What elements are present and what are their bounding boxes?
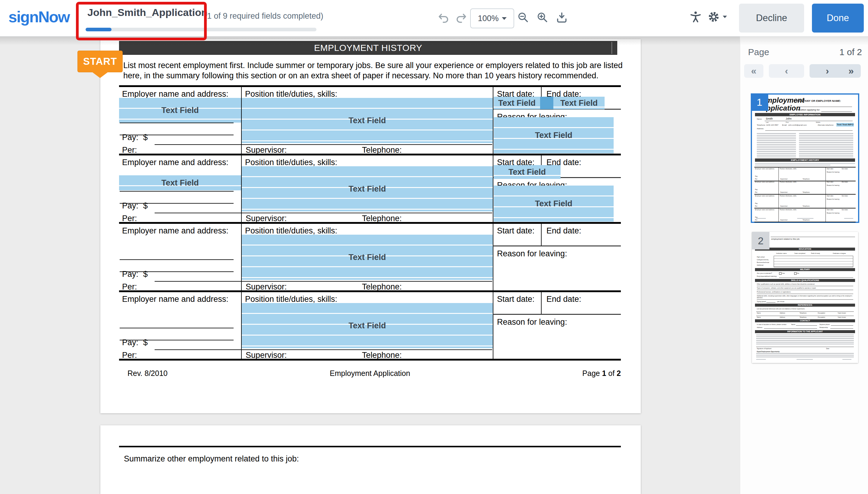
start-date-text-field[interactable]: Text Field	[494, 165, 560, 179]
thumb-edu-table	[774, 256, 853, 267]
thumb-micro-label: Employer name and address:	[755, 181, 778, 183]
dollar-label: $	[143, 201, 148, 211]
position-text-field[interactable]: Text Field	[242, 166, 493, 211]
reason-text-field[interactable]: Text Field	[494, 117, 614, 153]
thumb-micro-label: Per:	[755, 178, 758, 180]
zoom-in-icon[interactable]	[536, 12, 549, 23]
thumb-micro-label: Position title/duties, skills:	[780, 209, 797, 211]
thumb-ref-col: Telephone	[799, 312, 807, 314]
decline-button[interactable]: Decline	[739, 4, 804, 33]
document-viewport[interactable]: EMPLOYMENT HISTORY List most recent empl…	[0, 36, 740, 494]
thumb-ref-col: Address	[780, 312, 785, 314]
done-label: Done	[827, 13, 849, 23]
thumb-info-to-applicant-header: INFORMATION TO THE APPLICANT	[755, 330, 855, 333]
thumb-fine-print	[757, 133, 796, 157]
per-label: Per:	[122, 350, 137, 360]
thumb-line	[767, 302, 775, 303]
employer-label: Employer name and address:	[122, 158, 228, 167]
supervisor-label: Supervisor:	[246, 146, 287, 155]
zoom-out-icon[interactable]	[517, 12, 529, 23]
thumb-micro-label: Position title/duties, skills:	[780, 195, 797, 197]
page-thumbnail-2[interactable]: 2 employment related to this job: EDUCAT…	[752, 232, 858, 363]
reason-label: Reason for leaving:	[497, 318, 567, 327]
reason-text-field[interactable]: Text Field	[494, 186, 614, 222]
employment-row-1: Employer name and address: Position titl…	[119, 85, 621, 154]
position-text-field[interactable]: Text Field	[242, 98, 493, 143]
thumb-line	[779, 278, 853, 278]
thumb-contact-line: In case of accident or illness, please c…	[757, 324, 787, 325]
thumb-micro-label: Position title/duties, skills:	[780, 168, 797, 170]
thumb-table-row: Employer name and address: Position titl…	[754, 181, 856, 195]
end-date-text-field[interactable]: Text Field	[553, 97, 605, 109]
undo-icon[interactable]	[438, 12, 450, 24]
previous-page-button[interactable]: ‹	[769, 64, 804, 78]
dollar-label: $	[143, 133, 148, 142]
thumb-edu-row: College/university	[757, 259, 769, 261]
start-date-text-field[interactable]: Text Field	[494, 97, 540, 109]
thumb-micro-label: Position title/duties, skills:	[780, 181, 797, 183]
thumb-edu-col: Years completed	[794, 252, 805, 254]
start-date-label: Start date:	[497, 226, 535, 235]
position-label: Position title/duties, skills:	[245, 294, 337, 304]
pay-label: Pay:	[122, 338, 138, 347]
thumb-line	[756, 316, 854, 316]
thumb-footer	[844, 218, 853, 219]
instructions-line1: List most recent employment first. Inclu…	[123, 61, 617, 70]
thumb-ref-col: Address	[780, 316, 785, 318]
employer-text-field[interactable]: Text Field	[119, 175, 241, 190]
redo-icon[interactable]	[455, 12, 467, 24]
employment-row-2: Employer name and address: Position titl…	[119, 154, 621, 222]
dollar-label: $	[143, 338, 148, 347]
thumb-micro-label: Employer name and address:	[755, 195, 778, 197]
per-label: Per:	[122, 282, 137, 291]
thumb-divider	[826, 168, 826, 181]
fields-status-text: (1 of 9 required fields completed)	[204, 12, 324, 21]
done-button[interactable]: Done	[812, 4, 864, 33]
last-page-button[interactable]: »	[842, 64, 861, 78]
first-page-button[interactable]: «	[744, 64, 763, 78]
document-page-1: EMPLOYMENT HISTORY List most recent empl…	[100, 39, 641, 413]
gear-icon[interactable]	[708, 11, 720, 23]
field-overlap[interactable]	[540, 97, 553, 109]
page-thumbnail-1[interactable]: 1 Employment Application COMPANY OR EMPL…	[751, 93, 859, 223]
thumb-ref-col: Years known	[837, 316, 846, 318]
thumb-duty-label: Duty/specialized training:	[757, 275, 777, 277]
thumb-ref-col: Name	[757, 312, 761, 314]
thumb-paragraph	[756, 353, 854, 357]
start-date-label: Start date:	[497, 294, 535, 304]
column-divider	[493, 87, 493, 154]
position-label: Position title/duties, skills:	[245, 226, 337, 235]
thumb-date-label: Date	[826, 348, 829, 349]
thumb-footer	[797, 218, 813, 219]
thumb-line	[765, 130, 853, 131]
employment-row-3: Employer name and address: Position titl…	[119, 222, 621, 290]
summary-label: Summarize other employment related to th…	[124, 454, 299, 463]
date-divider	[541, 292, 541, 314]
thumb-table-row: Employer name and address: Position titl…	[754, 195, 856, 208]
zoom-level-dropdown[interactable]: 100%	[470, 8, 514, 28]
thumb-divider	[778, 181, 779, 194]
thumb-line	[757, 299, 853, 300]
thumb-divider	[826, 195, 826, 208]
thumb-micro-label: End date:	[842, 209, 848, 211]
pay-underline	[154, 144, 492, 145]
position-text-field[interactable]: Text Field	[242, 303, 493, 348]
download-icon[interactable]	[556, 12, 568, 23]
employer-text-field[interactable]: Text Field	[119, 98, 241, 122]
per-label: Per:	[122, 214, 137, 223]
thumb-micro-label: Supervisor:	[780, 178, 788, 180]
position-text-field[interactable]: Text Field	[242, 235, 493, 280]
next-page-button[interactable]: ›	[810, 64, 845, 78]
thumb-email-label: Email:	[782, 124, 787, 126]
start-tag-button[interactable]: START	[77, 51, 123, 72]
accessibility-icon[interactable]	[689, 11, 702, 23]
thumb-micro-label: Start date:	[827, 195, 834, 197]
page-number-badge: 1	[751, 93, 768, 111]
thumb-micro-label: Reason for leaving:	[827, 171, 840, 173]
thumb-edu-col: Institution name	[776, 252, 787, 254]
blank-line	[119, 328, 234, 328]
thumb-micro-label: Start date:	[827, 168, 834, 170]
pay-label: Pay:	[122, 201, 138, 211]
chevron-down-icon[interactable]	[723, 16, 727, 18]
thumb-edu-col: Graduate or degree	[833, 252, 846, 254]
